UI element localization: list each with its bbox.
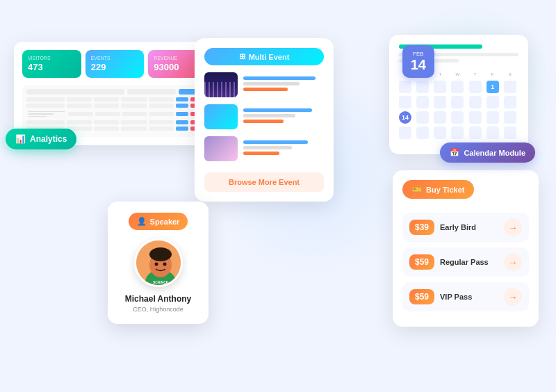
stat-visitors: VISITORS 473 [22,50,81,78]
event-thumbnail-1 [204,72,238,97]
ticket-early-bird[interactable]: $39 Early Bird → [402,213,529,242]
stat-events: EVENTS 229 [85,50,145,78]
event-item-3 [204,136,324,161]
multi-event-label: Multi Event [249,53,290,61]
calendar-day: 14 [411,57,426,72]
buy-ticket-badge: 🎫 Buy Ticket [402,180,474,199]
event-lines-2 [243,108,324,125]
avatar: SCIENCE [134,238,183,287]
ticket-regular-pass[interactable]: $59 Regular Pass → [402,247,529,277]
vip-pass-name: VIP Pass [440,293,498,301]
speaker-card: 👤 Speaker SCIENCE Michael Anthony CEO, H… [108,202,208,324]
table-row [26,120,203,124]
speaker-badge-label: Speaker [150,218,180,226]
ticket-vip-pass[interactable]: $59 VIP Pass → [402,282,529,311]
event-lines-3 [243,140,324,157]
svg-point-6 [163,263,166,266]
svg-point-4 [149,247,172,261]
event-lines-1 [243,76,324,93]
speaker-name: Michael Anthony [116,294,200,304]
analytics-label: Analytics [30,134,67,144]
regular-pass-arrow[interactable]: → [504,253,522,271]
table-row [26,97,203,101]
speaker-title: CEO, Highoncode [116,306,200,313]
early-bird-name: Early Bird [440,223,498,231]
event-item-2 [204,104,324,129]
speaker-badge: 👤 Speaker [129,213,188,230]
early-bird-price: $39 [409,220,434,235]
analytics-badge: 📊 Analytics [6,129,76,149]
buy-ticket-label: Buy Ticket [426,186,464,194]
event-item-1 [204,72,324,97]
vip-pass-arrow[interactable]: → [504,288,522,306]
calendar-module-label: Calendar Module [464,149,525,157]
buy-ticket-card: 🎫 Buy Ticket $39 Early Bird → $59 Regula… [393,170,539,327]
table-row [26,110,203,118]
calendar-grid: S M T W T F S 1 14 [399,71,518,139]
svg-point-5 [154,263,158,266]
speaker-icon: 👤 [137,217,147,226]
multi-event-badge: ⊞ Multi Event [204,48,324,65]
event-thumbnail-2 [204,104,238,129]
regular-pass-price: $59 [409,254,434,270]
analytics-icon: 📊 [15,134,26,144]
ticket-icon: 🎫 [412,185,422,194]
early-bird-arrow[interactable]: → [504,218,522,236]
table-row [26,104,203,108]
browse-more-button[interactable]: Browse More Event [204,172,324,192]
regular-pass-name: Regular Pass [440,258,498,266]
event-thumbnail-3 [204,136,238,161]
calendar-module-icon: 📅 [450,148,459,157]
calendar-module-badge: 📅 Calendar Module [440,142,535,163]
multi-event-card: ⊞ Multi Event [195,38,334,202]
multi-event-icon: ⊞ [239,52,245,61]
vip-pass-price: $59 [409,289,434,304]
calendar-month: FEB [411,51,426,57]
calendar-date-badge: FEB 14 [402,45,434,78]
svg-text:SCIENCE: SCIENCE [152,280,168,284]
